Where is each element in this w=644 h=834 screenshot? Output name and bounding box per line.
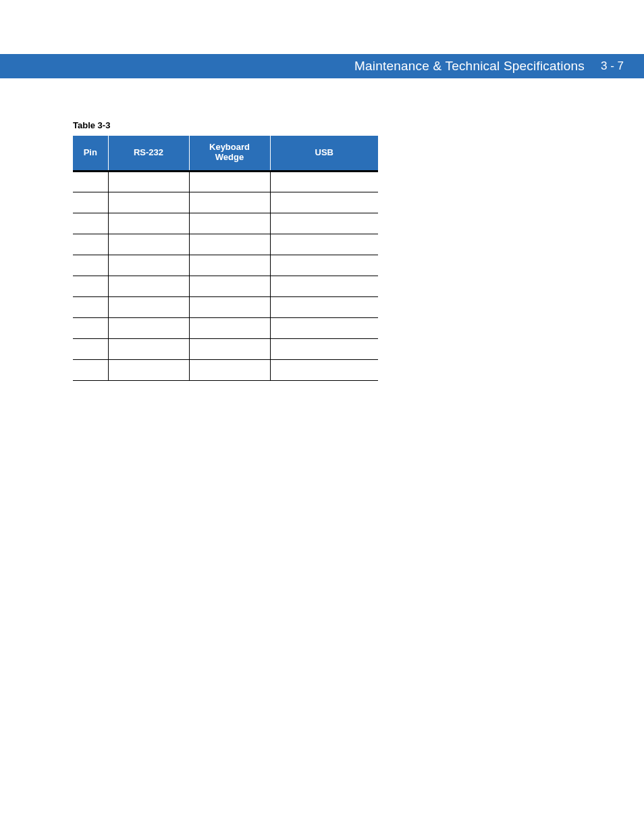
cell-usb — [270, 276, 378, 296]
cell-kw — [189, 255, 270, 276]
cell-usb — [270, 317, 378, 338]
table-header-row: Pin RS-232 Keyboard Wedge USB — [73, 136, 378, 171]
cell-usb — [270, 192, 378, 213]
cell-rs232 — [108, 213, 189, 234]
cell-kw — [189, 317, 270, 338]
page-root: Maintenance & Technical Specifications 3… — [0, 0, 644, 834]
cell-usb — [270, 296, 378, 317]
cell-kw — [189, 338, 270, 359]
table-row — [73, 213, 378, 234]
cell-kw — [189, 359, 270, 380]
table-row — [73, 171, 378, 192]
table-row — [73, 276, 378, 296]
cell-rs232 — [108, 192, 189, 213]
content-area: Table 3-3 Pin RS-232 Keyboard Wedge USB — [73, 120, 378, 381]
table-row — [73, 338, 378, 359]
table-caption: Table 3-3 — [73, 120, 378, 130]
cell-kw — [189, 234, 270, 255]
cell-usb — [270, 338, 378, 359]
cell-rs232 — [108, 234, 189, 255]
cell-pin — [73, 192, 108, 213]
table-row — [73, 255, 378, 276]
cell-pin — [73, 255, 108, 276]
cell-pin — [73, 171, 108, 192]
cell-kw — [189, 276, 270, 296]
cell-pin — [73, 317, 108, 338]
cell-usb — [270, 213, 378, 234]
header-page-number: 3 - 7 — [601, 59, 624, 73]
cell-pin — [73, 213, 108, 234]
cell-pin — [73, 338, 108, 359]
kw-line1: Keyboard — [209, 142, 250, 152]
spec-table: Pin RS-232 Keyboard Wedge USB — [73, 136, 378, 381]
table-row — [73, 359, 378, 380]
cell-kw — [189, 192, 270, 213]
cell-pin — [73, 359, 108, 380]
cell-usb — [270, 359, 378, 380]
cell-kw — [189, 296, 270, 317]
cell-pin — [73, 296, 108, 317]
cell-rs232 — [108, 296, 189, 317]
cell-usb — [270, 255, 378, 276]
table-body — [73, 171, 378, 380]
cell-usb — [270, 234, 378, 255]
kw-line2: Wedge — [215, 152, 244, 162]
table-row — [73, 234, 378, 255]
table-row — [73, 317, 378, 338]
cell-kw — [189, 171, 270, 192]
header-band: Maintenance & Technical Specifications 3… — [0, 54, 644, 78]
cell-pin — [73, 234, 108, 255]
cell-pin — [73, 276, 108, 296]
col-header-rs232: RS-232 — [108, 136, 189, 171]
cell-kw — [189, 213, 270, 234]
table-row — [73, 296, 378, 317]
col-header-usb: USB — [270, 136, 378, 171]
cell-rs232 — [108, 359, 189, 380]
header-title: Maintenance & Technical Specifications — [354, 59, 585, 74]
cell-rs232 — [108, 255, 189, 276]
cell-rs232 — [108, 276, 189, 296]
col-header-keyboard-wedge: Keyboard Wedge — [189, 136, 270, 171]
table-row — [73, 192, 378, 213]
col-header-pin: Pin — [73, 136, 108, 171]
cell-rs232 — [108, 338, 189, 359]
cell-rs232 — [108, 171, 189, 192]
cell-rs232 — [108, 317, 189, 338]
cell-usb — [270, 171, 378, 192]
